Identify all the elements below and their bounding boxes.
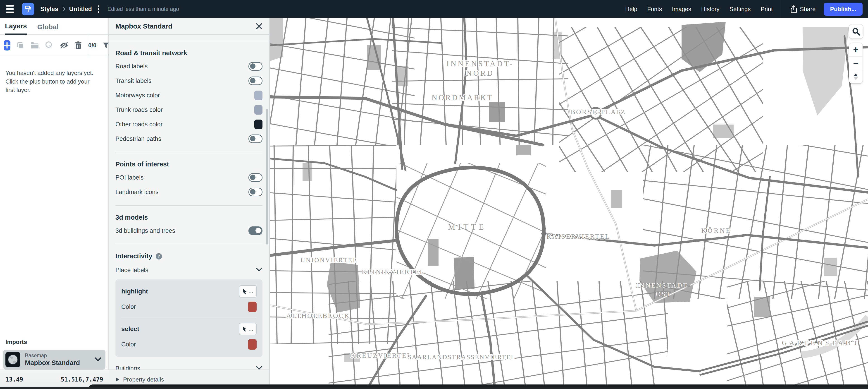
top-nav: HelpFontsImagesHistorySettingsPrint	[620, 0, 778, 18]
globe-icon	[7, 354, 19, 365]
map-label-mitte: MITTE	[448, 222, 487, 231]
imports-heading: Imports	[5, 338, 105, 346]
compass-icon	[853, 73, 858, 80]
motorways-color-swatch[interactable]	[254, 91, 262, 100]
compass-button[interactable]	[849, 70, 863, 83]
basemap-import-card[interactable]: Basemap Mapbox Standard	[3, 350, 105, 369]
map-canvas[interactable]: INNENSTADT-NORDNORDMARKTBORSIGPLATZMITTE…	[270, 18, 868, 389]
nav-item-images[interactable]: Images	[672, 6, 691, 13]
panel-scrollbar[interactable]	[266, 109, 268, 244]
map-search-button[interactable]	[849, 25, 863, 38]
place-labels-label: Place labels	[115, 267, 149, 274]
svg-text:?: ?	[157, 254, 160, 259]
duplicate-icon	[16, 41, 25, 49]
style-panel: Mapbox Standard Road & transit networkRo…	[108, 18, 270, 389]
other-roads-color-swatch[interactable]	[254, 120, 262, 129]
select-on-map-button[interactable]	[45, 41, 53, 50]
breadcrumb-styles[interactable]: Styles	[40, 6, 58, 13]
menu-icon[interactable]	[6, 5, 15, 13]
place-labels-group[interactable]: Place labels	[115, 262, 262, 278]
setting-row-poi-labels: POI labels	[115, 170, 262, 185]
setting-label: Road labels	[115, 63, 148, 70]
setting-row-trunk-roads-color: Trunk roads color	[115, 102, 262, 117]
poi-labels-toggle[interactable]	[248, 173, 262, 182]
help-icon[interactable]: ?	[155, 253, 162, 260]
property-details-label: Property details	[123, 376, 164, 383]
share-button[interactable]: Share	[790, 5, 815, 13]
feature-row-select: select...	[121, 322, 257, 336]
zoom-in-button[interactable]: +	[849, 43, 863, 56]
setting-row-motorways-color: Motorways color	[115, 88, 262, 102]
basemap-thumbnail	[5, 352, 20, 367]
panel-header: Mapbox Standard	[108, 18, 269, 34]
nav-item-history[interactable]: History	[701, 6, 719, 13]
highlight-color-row: Color	[121, 299, 257, 315]
cursor-icon	[242, 326, 247, 332]
nav-item-print[interactable]: Print	[761, 6, 773, 13]
group-layers-button[interactable]	[30, 42, 39, 49]
add-layer-button[interactable]	[4, 40, 10, 51]
edited-status: Edited less than a minute ago	[107, 6, 179, 12]
highlight-cursor-button[interactable]: ...	[239, 285, 257, 298]
tab-global[interactable]: Global	[37, 23, 58, 34]
eye-off-icon	[59, 41, 69, 49]
style-options-kebab-icon[interactable]	[96, 4, 101, 14]
setting-label: 3d buildings and trees	[115, 227, 175, 234]
setting-row-pedestrian-paths: Pedestrian paths	[115, 131, 262, 146]
coordinates: 51.516,7.479	[61, 376, 103, 383]
nav-item-help[interactable]: Help	[625, 6, 637, 13]
trash-icon	[75, 41, 82, 49]
zoom-level: 13.49	[5, 376, 23, 383]
highlight-color-swatch[interactable]	[248, 302, 257, 312]
select-cursor-button[interactable]: ...	[239, 323, 257, 335]
landmark-icons-toggle[interactable]	[248, 188, 262, 196]
layers-toolbar: 0/0	[0, 35, 108, 56]
close-icon[interactable]	[256, 23, 262, 30]
publish-button[interactable]: Publish...	[824, 3, 863, 16]
setting-row-transit-labels: Transit labels	[115, 73, 262, 88]
empty-layers-message: You haven't added any layers yet. Click …	[0, 62, 106, 101]
setting-label: POI labels	[115, 174, 144, 181]
click-target-icon	[45, 41, 53, 50]
trunk-roads-color-swatch[interactable]	[254, 105, 262, 115]
tab-layers[interactable]: Layers	[5, 22, 27, 35]
feature-name: select	[121, 325, 139, 333]
layer-count: 0/0	[88, 42, 96, 49]
nav-item-settings[interactable]: Settings	[730, 6, 751, 13]
map-label-kaiserviertel: KAISERVIERTEL	[547, 233, 610, 240]
pedestrian-paths-toggle[interactable]	[248, 134, 262, 143]
feature-name: highlight	[121, 288, 148, 295]
hide-layer-button[interactable]	[59, 41, 69, 49]
duplicate-layer-button[interactable]	[16, 41, 25, 49]
section-heading: Road & transit network	[115, 49, 262, 57]
setting-row-road-labels: Road labels	[115, 59, 262, 73]
basemap-import-info: Basemap Mapbox Standard	[25, 353, 80, 367]
setting-label: Landmark icons	[115, 189, 159, 196]
section-heading: Points of interest	[115, 160, 262, 168]
breadcrumb-chevron-icon	[62, 6, 66, 12]
select-color-row: Color	[121, 336, 257, 352]
mapbox-studio-app: Styles Untitled Edited less than a minut…	[0, 0, 868, 389]
select-color-swatch[interactable]	[248, 339, 257, 350]
setting-label: Transit labels	[115, 78, 152, 85]
map-zoom-controls: + −	[849, 43, 863, 83]
road-labels-toggle[interactable]	[248, 62, 262, 71]
zoom-out-button[interactable]: −	[849, 56, 863, 70]
color-label: Color	[121, 303, 136, 310]
nav-item-fonts[interactable]: Fonts	[647, 6, 662, 13]
triangle-right-icon	[115, 377, 120, 382]
cursor-icon	[242, 289, 247, 294]
3d-buildings-and-trees-toggle[interactable]	[248, 227, 262, 235]
mapbox-studio-logo[interactable]	[22, 3, 34, 16]
interactivity-label: Interactivity	[115, 252, 152, 260]
map-label-innenstadt-: INNENSTADT-	[637, 281, 691, 289]
map-label-ost: OST	[656, 290, 671, 298]
map-label-kreuzviertel: KREUZVIERTEL	[351, 352, 412, 359]
transit-labels-toggle[interactable]	[248, 77, 262, 85]
setting-label: Trunk roads color	[115, 107, 163, 114]
share-label: Share	[800, 6, 815, 13]
delete-layer-button[interactable]	[75, 41, 82, 49]
topbar-divider	[781, 0, 781, 18]
plus-icon	[4, 42, 10, 49]
paint-roller-icon	[24, 5, 32, 13]
